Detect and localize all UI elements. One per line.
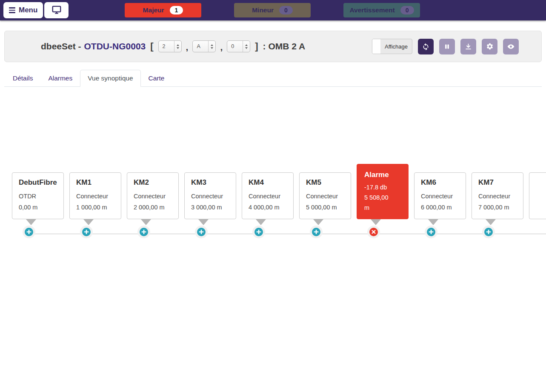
synoptic-node-km7[interactable]: KM7Connecteur7 000,00 m <box>472 172 523 219</box>
eye-button[interactable] <box>503 39 519 54</box>
download-button[interactable] <box>460 39 476 54</box>
download-icon <box>465 43 472 50</box>
fiber-line <box>31 233 546 235</box>
slot-select-3-value: 0 <box>231 43 234 49</box>
node-type: Connecteur <box>306 191 348 202</box>
slot-select-1[interactable]: 2 <box>158 40 182 52</box>
tab-vue-synoptique[interactable]: Vue synoptique <box>80 70 140 87</box>
gear-button[interactable] <box>482 39 497 54</box>
tab-details[interactable]: Détails <box>5 70 40 87</box>
node-distance: 0,00 m <box>19 202 61 213</box>
plus-icon: + <box>199 227 204 236</box>
badge-avertissement-label: Avertissement <box>349 6 394 14</box>
synoptic-node-km2[interactable]: KM2Connecteur2 000,00 m <box>127 172 179 219</box>
badge-majeur-count: 1 <box>170 6 183 14</box>
node-type: Connecteur <box>134 191 176 202</box>
node-type: -17.8 db <box>364 182 395 192</box>
node-distance: 7 000,00 m <box>478 202 520 213</box>
add-node-button[interactable]: + <box>137 226 150 238</box>
node-type: Connecteur <box>249 191 291 202</box>
affichage-label: Affichage <box>380 39 412 54</box>
node-distance: 2 000,00 m <box>134 202 176 213</box>
node-distance: 5 508,00 m <box>364 192 395 213</box>
synoptic-node-km4[interactable]: KM4Connecteur4 000,00 m <box>242 172 294 219</box>
node-pointer-icon <box>198 219 209 225</box>
menu-button[interactable]: Menu <box>3 2 43 18</box>
plus-icon: + <box>141 227 146 236</box>
node-title: KM2 <box>134 178 176 187</box>
tab-alarmes[interactable]: Alarmes <box>40 70 80 87</box>
node-type: Connecteur <box>421 191 463 202</box>
title-prefix: dbeeSet - <box>41 41 81 52</box>
plus-icon: + <box>429 227 434 236</box>
node-pointer-icon <box>141 219 151 225</box>
stepper-arrows-icon <box>208 41 215 52</box>
badge-avertissement-count: 0 <box>400 6 414 14</box>
synoptic-node-km6[interactable]: KM6Connecteur6 000,00 m <box>414 172 466 219</box>
node-pointer-icon <box>256 219 266 225</box>
node-title: KM7 <box>478 178 520 187</box>
badge-mineur-count: 0 <box>279 6 293 14</box>
node-pointer-icon <box>26 219 36 225</box>
node-distance: 3 000,00 m <box>191 202 233 213</box>
node-pointer-icon <box>371 219 381 225</box>
title-suffix: : OMB 2 A <box>263 41 306 52</box>
node-pointer-icon <box>313 219 323 225</box>
gear-icon <box>486 43 494 50</box>
device-title: dbeeSet - OTDU-NG0003 [ 2 , A , 0 ] : OM… <box>41 40 305 52</box>
node-title: KM5 <box>306 178 348 187</box>
node-pointer-icon <box>428 219 438 225</box>
refresh-icon <box>422 43 430 51</box>
synoptic-node-partial[interactable] <box>529 172 546 219</box>
pause-button[interactable] <box>439 39 455 54</box>
add-node-button[interactable]: + <box>195 226 208 238</box>
hamburger-icon <box>9 7 15 13</box>
close-icon: × <box>371 228 376 236</box>
synoptic-node-alarme[interactable]: Alarme-17.8 db5 508,00 m <box>357 164 409 219</box>
badge-majeur[interactable]: Majeur 1 <box>125 3 201 17</box>
node-title: KM6 <box>421 178 463 187</box>
alarm-remove-button[interactable]: × <box>367 226 380 238</box>
synoptic-node-km5[interactable]: KM5Connecteur5 000,00 m <box>299 172 351 219</box>
badge-avertissement[interactable]: Avertissement 0 <box>343 3 420 17</box>
node-title: KM4 <box>249 178 291 187</box>
synoptic-node-km1[interactable]: KM1Connecteur1 000,00 m <box>69 172 121 219</box>
tab-carte[interactable]: Carte <box>141 70 172 87</box>
add-node-button[interactable]: + <box>310 226 323 238</box>
badge-mineur-label: Mineur <box>252 6 274 14</box>
slot-select-2[interactable]: A <box>192 40 216 52</box>
node-pointer-icon <box>486 219 496 225</box>
badge-mineur[interactable]: Mineur 0 <box>234 3 311 17</box>
slot-select-2-value: A <box>197 43 200 49</box>
slot-select-3[interactable]: 0 <box>227 40 250 52</box>
add-node-button[interactable]: + <box>23 226 35 238</box>
node-distance: 1 000,00 m <box>76 202 118 213</box>
node-distance: 5 000,00 m <box>306 202 348 213</box>
monitor-button[interactable] <box>44 2 69 18</box>
pause-icon <box>444 43 450 50</box>
node-pointer-icon <box>83 219 94 225</box>
eye-icon <box>507 43 515 51</box>
refresh-button[interactable] <box>418 39 434 54</box>
node-distance: 6 000,00 m <box>421 202 463 213</box>
stepper-arrows-icon <box>243 41 250 52</box>
synoptic-node-debutfibre[interactable]: DebutFibreOTDR0,00 m <box>12 172 64 219</box>
open-bracket: [ <box>150 41 153 52</box>
plus-icon: + <box>26 227 31 236</box>
add-node-button[interactable]: + <box>252 226 265 238</box>
synoptic-view: DebutFibreOTDR0,00 m+KM1Connecteur1 000,… <box>0 87 546 392</box>
node-title: KM1 <box>76 178 118 187</box>
badge-majeur-label: Majeur <box>143 6 164 14</box>
close-bracket: ] <box>255 41 258 52</box>
top-navbar: Menu Majeur 1 Mineur 0 Avertissement 0 <box>0 0 546 20</box>
monitor-icon <box>51 4 62 17</box>
add-node-button[interactable]: + <box>425 226 437 238</box>
synoptic-node-km3[interactable]: KM3Connecteur3 000,00 m <box>184 172 236 219</box>
tab-bar: Détails Alarmes Vue synoptique Carte <box>4 69 542 87</box>
node-type: OTDR <box>19 191 61 202</box>
add-node-button[interactable]: + <box>80 226 93 238</box>
add-node-button[interactable]: + <box>482 226 495 238</box>
affichage-toggle[interactable]: Affichage <box>372 39 412 54</box>
node-distance: 4 000,00 m <box>249 202 291 213</box>
plus-icon: + <box>314 227 319 236</box>
